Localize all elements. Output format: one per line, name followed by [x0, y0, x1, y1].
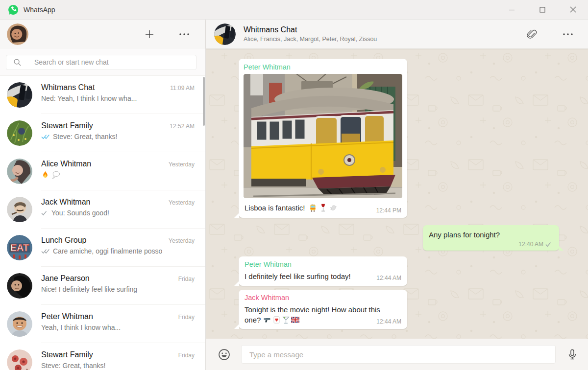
chat-list-item[interactable]: EATLunch GroupYesterdayCare amiche, oggi… [0, 229, 205, 267]
svg-text:EAT: EAT [10, 242, 29, 253]
message-emojis [263, 316, 300, 324]
chat-avatar [7, 349, 32, 370]
sidebar-header [0, 20, 205, 49]
chat-name: Peter Whitman [41, 312, 93, 321]
message-text: Any plans for tonight? [429, 230, 553, 240]
emoji-picker-button[interactable] [217, 347, 232, 362]
message-status-icon [545, 242, 553, 247]
chat-title: Whitmans Chat [244, 25, 377, 34]
composer-bar [206, 339, 588, 370]
lisbon-tram-photo[interactable] [244, 74, 402, 198]
window-controls [497, 0, 588, 19]
cocktail-emoji [282, 316, 290, 324]
gun-emoji [263, 316, 271, 324]
chat-list: Whitmans Chat11:09 AMNed: Yeah, I think … [0, 76, 205, 370]
chat-avatar [7, 197, 32, 222]
message-time: 12:40 AM [518, 241, 543, 248]
chat-list-item[interactable]: Peter WhitmanFridayYeah, I think I know … [0, 305, 205, 343]
message-incoming-photo[interactable]: Peter Whitman [239, 59, 407, 218]
message-incoming[interactable]: Jack Whitman Tonight is the movie night!… [239, 290, 407, 329]
chat-list-item[interactable]: Stewart FamilyFridaySteve: Great, thanks… [0, 343, 205, 370]
chat-avatar [7, 120, 32, 146]
chat-preview: You: Sounds good! [41, 209, 195, 217]
sidebar-actions [144, 28, 191, 40]
chat-preview: Care amiche, oggi finalmente posso [41, 247, 195, 255]
sidebar-menu-button[interactable] [178, 32, 191, 37]
maximize-button[interactable] [527, 0, 558, 19]
message-input[interactable] [241, 345, 556, 364]
chat-header-info[interactable]: Whitmans Chat Alice, Francis, Jack, Marg… [244, 25, 377, 43]
message-text: I definitely feel like surfing today! [245, 271, 351, 281]
message-time: 12:44 AM [376, 318, 401, 325]
chat-preview-text: You: Sounds good! [51, 209, 109, 217]
chat-name: Lunch Group [41, 236, 87, 245]
sidebar-scrollbar[interactable] [203, 77, 205, 126]
chat-time: 12:52 AM [170, 123, 195, 130]
mic-button[interactable] [565, 347, 579, 361]
chat-preview-text: Care amiche, oggi finalmente posso [53, 247, 162, 255]
titlebar: WhatsApp [0, 0, 588, 20]
message-sender[interactable]: Peter Whitman [244, 63, 402, 71]
chat-preview [41, 171, 195, 179]
message-status-icon [41, 134, 50, 139]
search-input[interactable] [34, 58, 196, 66]
close-button[interactable] [558, 0, 588, 19]
window-title: WhatsApp [24, 6, 55, 14]
fire-emoji [41, 171, 49, 179]
search-box[interactable] [6, 55, 196, 70]
chat-participants: Alice, Francis, Jack, Margot, Peter, Roy… [244, 36, 377, 43]
chat-name: Alice Whitman [41, 160, 91, 168]
chat-menu-button[interactable] [562, 32, 574, 37]
sidebar: Whitmans Chat11:09 AMNed: Yeah, I think … [0, 20, 206, 370]
chat-time: Friday [178, 276, 195, 282]
main-layout: Whitmans Chat11:09 AMNed: Yeah, I think … [0, 20, 588, 370]
message-meta: 12:40 AM [429, 241, 553, 248]
chat-preview: Ned: Yeah, I think I know wha... [41, 94, 195, 102]
chat-list-item[interactable]: Jack WhitmanYesterdayYou: Sounds good! [0, 190, 205, 229]
thought-balloon-emoji [52, 171, 60, 179]
message-outgoing[interactable]: Any plans for tonight? 12:40 AM [423, 225, 559, 251]
search-icon [13, 58, 22, 67]
attach-button[interactable] [524, 27, 538, 41]
message-time: 12:44 PM [376, 207, 401, 214]
chat-header-actions [524, 27, 574, 41]
wine-emoji [319, 204, 327, 212]
message-sender[interactable]: Jack Whitman [245, 294, 401, 301]
minimize-button[interactable] [497, 0, 527, 19]
message-incoming[interactable]: Peter Whitman I definitely feel like sur… [239, 256, 407, 286]
chat-preview-text: Steve: Great, thanks! [53, 133, 118, 140]
caption-text: Lisboa is fantastic! [245, 203, 305, 213]
chat-time: Yesterday [169, 237, 195, 244]
chat-list-item[interactable]: Whitmans Chat11:09 AMNed: Yeah, I think … [0, 76, 205, 114]
chat-list-item[interactable]: Jane PearsonFridayNice! I definitely fee… [0, 267, 205, 305]
chat-avatar [7, 273, 32, 299]
chat-list-item[interactable]: Alice WhitmanYesterday [0, 152, 205, 190]
chat-time: 11:09 AM [170, 85, 195, 92]
chat-time: Yesterday [169, 199, 195, 206]
chat-preview: Steve: Great, thanks! [41, 133, 195, 140]
heart-card-emoji [272, 316, 281, 324]
chat-name: Stewart Family [41, 121, 93, 130]
chat-name: Whitmans Chat [41, 83, 95, 92]
profile-avatar[interactable] [7, 23, 28, 45]
chat-time: Friday [178, 352, 195, 359]
tram-emoji [309, 204, 317, 212]
message-sender[interactable]: Peter Whitman [245, 260, 401, 268]
chat-header-avatar[interactable] [214, 23, 236, 45]
chat-list-item[interactable]: Stewart Family12:52 AMSteve: Great, than… [0, 114, 205, 152]
chat-preview: Nice! I definitely feel like surfing [41, 285, 195, 293]
composer-field-wrap [241, 345, 556, 364]
uk-flag-emoji [291, 316, 299, 324]
chat-avatar [7, 82, 32, 108]
message-status-icon [41, 210, 49, 216]
chat-preview-text: Steve: Great, thanks! [41, 362, 106, 370]
chat-avatar: EAT [7, 235, 32, 260]
search-section [0, 49, 205, 76]
chat-preview: Yeah, I think I know wha... [41, 324, 195, 331]
chat-avatar [7, 159, 32, 184]
whatsapp-logo-icon [8, 4, 19, 15]
chat-preview-text: Nice! I definitely feel like surfing [41, 285, 137, 293]
chat-preview-text: Yeah, I think I know wha... [41, 324, 121, 331]
chat-time: Friday [178, 314, 195, 321]
new-chat-button[interactable] [144, 28, 155, 40]
